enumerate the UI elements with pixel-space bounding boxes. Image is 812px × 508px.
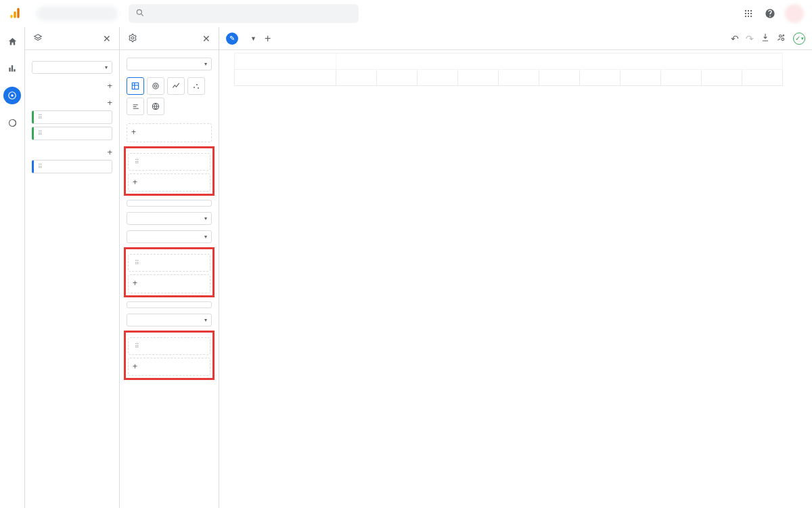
- left-rail: [0, 27, 24, 508]
- viz-line-icon[interactable]: [167, 77, 185, 95]
- svg-point-27: [196, 84, 198, 85]
- nested-select[interactable]: ▾: [127, 230, 212, 243]
- undo-icon[interactable]: ↶: [731, 33, 739, 44]
- redo-icon[interactable]: ↷: [746, 33, 754, 44]
- show-cols-select[interactable]: ▾: [127, 314, 212, 326]
- rows-dropzone[interactable]: ⠿: [128, 153, 210, 171]
- start-row-input[interactable]: [127, 200, 212, 207]
- property-selector[interactable]: [37, 6, 118, 21]
- tab-freeform[interactable]: ✎ ▼: [226, 33, 256, 45]
- drag-icon: ⠿: [38, 130, 42, 137]
- svg-point-20: [131, 37, 134, 39]
- download-icon[interactable]: [761, 33, 770, 44]
- avatar[interactable]: [785, 4, 804, 23]
- rail-reports-icon[interactable]: [3, 60, 21, 77]
- svg-point-13: [750, 15, 752, 16]
- svg-rect-14: [9, 68, 10, 72]
- viz-bar-icon[interactable]: [127, 98, 144, 115]
- svg-point-12: [748, 15, 749, 16]
- rows-dimension-drop[interactable]: +: [128, 173, 210, 192]
- rail-home-icon[interactable]: [3, 33, 21, 50]
- add-segment-button[interactable]: +: [107, 81, 112, 91]
- values-highlight: ⠿ +: [124, 331, 215, 381]
- svg-point-5: [745, 9, 746, 11]
- analytics-logo-icon: [8, 7, 22, 20]
- layers-icon: [33, 33, 43, 44]
- svg-point-33: [780, 35, 782, 38]
- dimension-chip[interactable]: ⠿: [32, 127, 112, 140]
- cols-dropzone[interactable]: ⠿: [128, 254, 210, 272]
- svg-rect-0: [10, 14, 12, 18]
- svg-point-9: [748, 12, 749, 14]
- result-table: [226, 53, 783, 86]
- segment-dropzone[interactable]: +: [127, 123, 212, 142]
- svg-point-25: [154, 85, 157, 87]
- apps-icon[interactable]: [739, 4, 758, 23]
- search-icon: [135, 8, 145, 19]
- viz-table-icon[interactable]: [127, 77, 144, 95]
- dimension-chip[interactable]: ⠿: [32, 110, 112, 124]
- values-dropzone[interactable]: ⠿: [128, 337, 210, 355]
- svg-point-18: [11, 94, 14, 97]
- svg-point-7: [750, 9, 752, 11]
- add-tab-button[interactable]: +: [265, 33, 271, 45]
- svg-point-8: [745, 12, 746, 14]
- drag-icon: ⠿: [38, 163, 42, 170]
- chevron-down-icon: ▾: [105, 64, 108, 70]
- gear-icon: [128, 33, 137, 44]
- add-metric-col[interactable]: [742, 70, 783, 86]
- values-metric-drop[interactable]: +: [128, 358, 210, 377]
- close-icon[interactable]: ✕: [202, 33, 210, 44]
- viz-geo-icon[interactable]: [147, 98, 164, 115]
- metric-chip[interactable]: ⠿: [32, 160, 112, 173]
- svg-rect-21: [132, 83, 138, 89]
- status-check-icon[interactable]: ✓▾: [793, 33, 805, 45]
- cols-highlight: ⠿ +: [124, 247, 215, 297]
- svg-rect-16: [14, 69, 15, 72]
- svg-rect-15: [12, 65, 13, 71]
- add-dimension-button[interactable]: +: [107, 98, 112, 108]
- svg-point-6: [748, 9, 749, 11]
- svg-rect-1: [14, 11, 16, 18]
- date-range-selector[interactable]: ▾: [32, 61, 112, 74]
- viz-donut-icon[interactable]: [147, 77, 164, 95]
- technique-select[interactable]: ▾: [127, 58, 212, 70]
- svg-point-28: [198, 87, 199, 89]
- chevron-down-icon: ▼: [250, 35, 256, 42]
- cols-dimension-drop[interactable]: +: [128, 274, 210, 293]
- close-icon[interactable]: ✕: [103, 33, 111, 44]
- svg-point-3: [137, 9, 141, 14]
- help-icon[interactable]: [761, 4, 780, 23]
- rail-advertising-icon[interactable]: [3, 114, 21, 131]
- viz-scatter-icon[interactable]: [187, 77, 205, 95]
- svg-point-11: [745, 15, 746, 16]
- start-col-input[interactable]: [127, 301, 212, 308]
- svg-rect-2: [17, 7, 19, 18]
- share-icon[interactable]: [777, 33, 786, 44]
- edit-icon: ✎: [226, 33, 238, 45]
- drag-icon: ⠿: [38, 114, 42, 121]
- rail-explore-icon[interactable]: [3, 87, 21, 104]
- metric-col-header: [336, 70, 377, 86]
- search-input[interactable]: [129, 4, 359, 23]
- rows-highlight: ⠿ +: [124, 146, 215, 196]
- svg-point-24: [153, 83, 158, 89]
- svg-point-26: [194, 87, 195, 88]
- svg-line-4: [141, 14, 143, 16]
- svg-point-10: [750, 12, 752, 14]
- show-rows-select[interactable]: ▾: [127, 212, 212, 225]
- add-metric-button[interactable]: +: [107, 147, 112, 157]
